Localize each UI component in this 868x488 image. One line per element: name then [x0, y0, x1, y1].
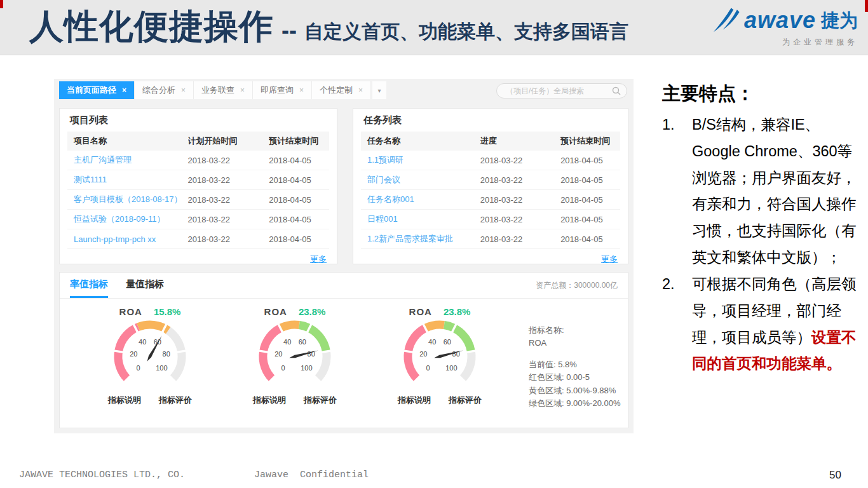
notes-list: 1.B/S结构，兼容IE、Google Chrome、360等浏览器；用户界面友… [662, 112, 858, 377]
logo-brand-cn: 捷为 [821, 11, 858, 30]
gauge-value: 23.8% [299, 306, 326, 317]
tab-close-icon[interactable]: × [358, 86, 363, 95]
tab-close-icon[interactable]: × [122, 86, 126, 95]
gauge-action-button[interactable]: 指标说明 [108, 395, 141, 406]
item-link[interactable]: 主机厂沟通管理 [67, 154, 188, 166]
gauge-row: ROA15.8%020406080100指标说明指标评价ROA23.8%0204… [60, 299, 628, 410]
item-link[interactable]: 客户项目模板（2018-08-17） [67, 194, 188, 205]
date-cell: 2018-04-05 [269, 234, 329, 244]
page-tab[interactable]: 业务联查× [194, 81, 253, 99]
gauge-action-button[interactable]: 指标说明 [398, 395, 431, 406]
indicator-tab[interactable]: 率值指标 [70, 273, 108, 298]
footer-page-number: 50 [829, 469, 841, 482]
list-number: 2. [662, 271, 692, 377]
gauge-title-row: ROA23.8% [409, 306, 471, 317]
date-cell: 2018-04-05 [269, 175, 329, 185]
gauge-block: ROA15.8%020406080100指标说明指标评价 [78, 304, 222, 410]
tab-overflow-button[interactable]: ▾ [372, 81, 386, 99]
page-tab[interactable]: 当前页面路径× [59, 81, 135, 99]
gauges: ROA15.8%020406080100指标说明指标评价ROA23.8%0204… [78, 304, 512, 410]
item-link[interactable]: 1.2新产品需求提案审批 [361, 233, 480, 245]
gauge-value: 23.8% [444, 306, 471, 317]
date-cell: 2018-03-22 [480, 195, 560, 205]
tab-close-icon[interactable]: × [240, 86, 245, 95]
logo-brand-latin: awave [744, 9, 816, 32]
tab-close-icon[interactable]: × [181, 86, 186, 95]
more-link[interactable]: 更多 [601, 254, 618, 265]
list-item: 1.B/S结构，兼容IE、Google Chrome、360等浏览器；用户界面友… [662, 112, 858, 271]
search-input[interactable] [497, 86, 612, 95]
gauge-chart: 020406080100 [241, 317, 349, 393]
table-row: 客户项目模板（2018-08-17）2018-03-222018-04-05 [67, 190, 329, 210]
date-cell: 2018-04-05 [560, 195, 620, 205]
gauge-action-button[interactable]: 指标评价 [449, 395, 482, 406]
more-link[interactable]: 更多 [310, 254, 327, 265]
column-header: 计划开始时间 [188, 135, 269, 147]
footer-company: JAWAVE TECHNOLOGIES LTD., CO. [19, 470, 185, 480]
table-row: 恒益试验（2018-09-11）2018-03-222018-04-05 [67, 210, 329, 229]
item-link[interactable]: 部门会议 [361, 174, 480, 186]
list-text: 可根据不同角色（高层领导，项目经理，部门经理，项目成员等）设置不同的首页和功能菜… [692, 271, 858, 377]
item-link[interactable]: 1.1预调研 [361, 154, 480, 166]
table-row: 1.1预调研2018-03-222018-04-05 [361, 151, 620, 170]
column-header: 预计结束时间 [560, 135, 620, 147]
page-tab[interactable]: 综合分析× [135, 81, 194, 99]
item-link[interactable]: 任务名称001 [361, 194, 480, 205]
indicator-tab[interactable]: 量值指标 [126, 273, 164, 298]
date-cell: 2018-03-22 [480, 215, 560, 224]
gauge-name: ROA [119, 306, 142, 317]
svg-text:100: 100 [445, 364, 457, 372]
assets-total-label: 资产总额：300000.00亿 [536, 280, 618, 291]
tab-close-icon[interactable]: × [299, 86, 304, 95]
item-link[interactable]: Launch-pp-tmp-pch xx [67, 234, 188, 244]
app-screenshot: 当前页面路径×综合分析×业务联查×即席查询×个性定制×▾ 项目列表 项目名称 计… [54, 79, 634, 433]
svg-text:100: 100 [156, 364, 167, 372]
gauge-action-button[interactable]: 指标评价 [159, 395, 192, 406]
list-text: B/S结构，兼容IE、Google Chrome、360等浏览器；用户界面友好，… [692, 112, 858, 271]
logo-tagline: 为企业管理服务 [712, 37, 858, 48]
page-tab[interactable]: 即席查询× [253, 81, 312, 99]
svg-text:40: 40 [139, 338, 146, 346]
svg-text:20: 20 [419, 350, 427, 358]
gauge-chart: 020406080100 [386, 317, 494, 393]
gauge-chart: 020406080100 [96, 317, 204, 393]
item-link[interactable]: 日程001 [361, 214, 480, 225]
tab-label: 综合分析 [142, 85, 175, 96]
svg-text:100: 100 [301, 364, 312, 372]
svg-text:20: 20 [275, 350, 282, 358]
notes-panel: 主要特点： 1.B/S结构，兼容IE、Google Chrome、360等浏览器… [662, 81, 858, 377]
legend-lines: 当前值: 5.8%红色区域: 0.00-5黄色区域: 5.00%-9.88%绿色… [529, 358, 621, 410]
search-icon[interactable] [612, 86, 621, 95]
table-row: 部门会议2018-03-222018-04-05 [361, 170, 620, 190]
item-link[interactable]: 恒益试验（2018-09-11） [67, 214, 188, 225]
date-cell: 2018-03-22 [480, 175, 560, 185]
red-corner-accent-right [865, 0, 868, 12]
item-link[interactable]: 测试1111 [67, 174, 188, 186]
notes-heading: 主要特点： [662, 81, 858, 107]
tab-bar: 当前页面路径×综合分析×业务联查×即席查询×个性定制×▾ [59, 81, 386, 99]
red-corner-accent-left [0, 0, 3, 8]
legend-name-label: 指标名称: [529, 324, 621, 337]
legend-line: 红色区域: 0.00-5 [529, 371, 621, 384]
gauge-legend: 指标名称: ROA 当前值: 5.8%红色区域: 0.00-5黄色区域: 5.0… [529, 304, 621, 410]
date-cell: 2018-04-05 [269, 215, 329, 224]
legend-gap [529, 349, 621, 358]
tab-label: 个性定制 [320, 85, 353, 96]
legend-name: ROA [529, 337, 621, 349]
svg-text:0: 0 [137, 364, 140, 372]
page-tab[interactable]: 个性定制× [312, 81, 371, 99]
table-header: 项目名称 计划开始时间 预计结束时间 [67, 132, 329, 151]
svg-text:40: 40 [283, 338, 291, 346]
date-cell: 2018-03-22 [188, 215, 269, 224]
list-number: 1. [662, 112, 692, 271]
legend-line: 黄色区域: 5.00%-9.88% [529, 384, 621, 397]
gauge-action-button[interactable]: 指标评价 [304, 395, 337, 406]
table-row: 日程0012018-03-222018-04-05 [361, 210, 620, 229]
title-main: 人性化便捷操作 [29, 4, 274, 50]
gauge-action-button[interactable]: 指标说明 [253, 395, 286, 406]
panel-title: 项目列表 [60, 109, 337, 132]
svg-text:0: 0 [281, 364, 285, 372]
date-cell: 2018-03-22 [480, 234, 560, 244]
slide-header: 人性化便捷操作 -- 自定义首页、功能菜单、支持多国语言 awave 捷为 为企… [0, 0, 868, 55]
more-row: 更多 [353, 249, 628, 265]
